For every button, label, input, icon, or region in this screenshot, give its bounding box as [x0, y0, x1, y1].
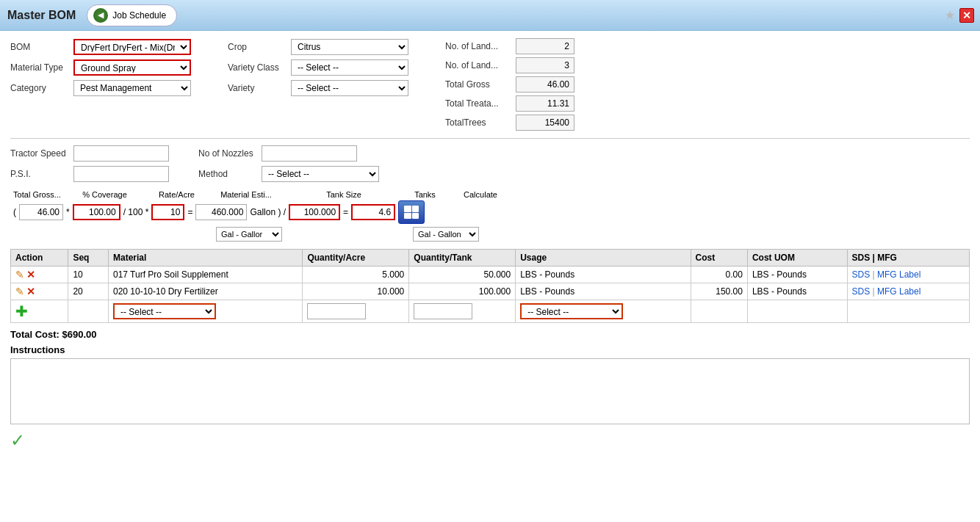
tractor-speed-row: Tractor Speed: [10, 145, 169, 162]
instructions-box[interactable]: [10, 358, 970, 424]
mfg-link-2[interactable]: MFG Label: [877, 286, 920, 297]
tractor-speed-input[interactable]: [73, 145, 169, 162]
calculate-button[interactable]: [398, 200, 425, 224]
calc-section: Total Gross... % Coverage Rate/Acre Mate…: [10, 190, 970, 242]
crop-row: Crop Citrus: [228, 38, 408, 56]
speed-section: Tractor Speed P.S.I. No of Nozzles Metho…: [10, 145, 970, 183]
title-bar: Master BOM ◀ Job Schedule ★ ✕: [0, 0, 980, 31]
app-title: Master BOM: [7, 9, 76, 22]
no-land1-label: No. of Land...: [445, 41, 511, 51]
delete-icon-2[interactable]: ✕: [26, 286, 35, 297]
th-qty-acre: Quantity/Acre: [303, 250, 409, 267]
table-header-row: Action Seq Material Quantity/Acre Quanti…: [11, 250, 970, 267]
material-type-row: Material Type Ground Spray: [10, 59, 191, 76]
qty-acre-cell-2: 10.000: [303, 283, 409, 300]
material-type-select[interactable]: Ground Spray: [73, 59, 191, 76]
action-cell-2: ✎ ✕: [11, 283, 68, 300]
top-form: BOM DryFert DryFert - Mix(Dry) Material …: [10, 38, 970, 131]
th-seq: Seq: [68, 250, 109, 267]
add-qty-tank-input[interactable]: [414, 303, 472, 319]
material-cell-1: 017 Turf Pro Soil Supplement: [108, 267, 302, 283]
category-select[interactable]: Pest Management: [73, 80, 191, 96]
calculate-label: Calculate: [462, 190, 499, 199]
qty-acre-cell-1: 5.000: [303, 267, 409, 283]
sds-link-1[interactable]: SDS: [852, 269, 871, 280]
coverage-input[interactable]: [73, 204, 120, 220]
speed-col: Tractor Speed P.S.I.: [10, 145, 169, 183]
category-label: Category: [10, 83, 69, 93]
usage-cell-2: LBS - Pounds: [516, 283, 691, 300]
total-gross-calc-input[interactable]: [19, 204, 63, 220]
add-action-cell: ✚: [11, 300, 68, 323]
calc-btn-grid-icon: [404, 206, 419, 219]
add-qty-acre-input[interactable]: [307, 303, 366, 319]
variety-class-select[interactable]: -- Select --: [291, 59, 408, 76]
total-cost-label: Total Cost:: [10, 329, 60, 340]
cost-uom-cell-2: LBS - Pounds: [747, 283, 847, 300]
no-nozzles-input[interactable]: [262, 145, 357, 162]
total-trees-value: 15400: [516, 115, 574, 131]
method-row: Method -- Select --: [198, 165, 379, 183]
total-treata-value: 11.31: [516, 95, 574, 112]
th-material: Material: [108, 250, 302, 267]
table-row: ✎ ✕ 20 020 10-10-10 Dry Fertilizer 10.00…: [11, 283, 970, 300]
total-trees-row: TotalTrees 15400: [445, 115, 574, 131]
instructions-label: Instructions: [10, 344, 970, 355]
tank-size-label: Tank Size: [314, 190, 373, 199]
nozzles-col: No of Nozzles Method -- Select --: [198, 145, 379, 183]
add-cost-cell: [691, 300, 747, 323]
unit-select-1[interactable]: Gal - Gallor: [216, 227, 282, 242]
bom-select[interactable]: DryFert DryFert - Mix(Dry): [73, 39, 191, 55]
usage-cell-1: LBS - Pounds: [516, 267, 691, 283]
equals2: =: [343, 207, 348, 217]
nav-label: Job Schedule: [112, 10, 166, 21]
edit-icon-2[interactable]: ✎: [15, 286, 24, 297]
variety-class-row: Variety Class -- Select --: [228, 59, 408, 76]
crop-select[interactable]: Citrus: [291, 39, 408, 55]
mfg-link-1[interactable]: MFG Label: [877, 269, 920, 280]
confirm-checkmark[interactable]: ✓: [10, 430, 25, 450]
method-label: Method: [198, 169, 257, 179]
total-gross-label: Total Gross: [445, 79, 511, 90]
variety-class-label: Variety Class: [228, 62, 287, 73]
equals1: =: [187, 207, 192, 217]
edit-icon-1[interactable]: ✎: [15, 269, 24, 280]
crop-label: Crop: [228, 42, 287, 52]
cost-cell-2: 150.00: [691, 283, 747, 300]
close-button[interactable]: ✕: [959, 8, 974, 23]
sds-link-2[interactable]: SDS: [852, 286, 871, 297]
table-header: Action Seq Material Quantity/Acre Quanti…: [11, 250, 970, 267]
total-trees-label: TotalTrees: [445, 117, 511, 128]
material-est-input[interactable]: [195, 204, 247, 220]
middle-col: Crop Citrus Variety Class -- Select -- V…: [228, 38, 408, 131]
nav-pill[interactable]: ◀ Job Schedule: [87, 4, 177, 26]
rate-acre-input[interactable]: [151, 204, 184, 220]
left-col: BOM DryFert DryFert - Mix(Dry) Material …: [10, 38, 191, 131]
variety-select[interactable]: -- Select --: [291, 80, 408, 96]
variety-label: Variety: [228, 83, 287, 93]
method-select[interactable]: -- Select --: [262, 166, 379, 182]
total-treata-row: Total Treata... 11.31: [445, 95, 574, 112]
delete-icon-1[interactable]: ✕: [26, 269, 35, 280]
th-cost: Cost: [691, 250, 747, 267]
right-col: No. of Land... 2 No. of Land... 3 Total …: [445, 38, 574, 131]
gallon1-label: Gallon ) /: [250, 207, 286, 217]
sds-mfg-cell-1: SDS | MFG Label: [847, 267, 969, 283]
add-qty-tank-cell: [409, 300, 516, 323]
cost-uom-cell-1: LBS - Pounds: [747, 267, 847, 283]
add-material-select[interactable]: -- Select --: [113, 303, 216, 319]
add-usage-select[interactable]: -- Select --: [520, 303, 623, 319]
no-land2-label: No. of Land...: [445, 60, 511, 70]
tank-size-input[interactable]: [289, 204, 340, 220]
nav-back-icon[interactable]: ◀: [93, 8, 108, 23]
star-icon[interactable]: ★: [945, 8, 955, 22]
add-row-icon[interactable]: ✚: [15, 303, 28, 319]
qty-tank-cell-1: 50.000: [409, 267, 516, 283]
psi-input[interactable]: [73, 166, 169, 182]
tanks-input[interactable]: [351, 204, 395, 220]
unit-select-2[interactable]: Gal - Gallon: [413, 227, 479, 242]
th-sds-mfg: SDS | MFG: [847, 250, 969, 267]
no-land1-value: 2: [516, 38, 574, 54]
material-cell-2: 020 10-10-10 Dry Fertilizer: [108, 283, 302, 300]
add-sds-mfg-cell: [847, 300, 969, 323]
